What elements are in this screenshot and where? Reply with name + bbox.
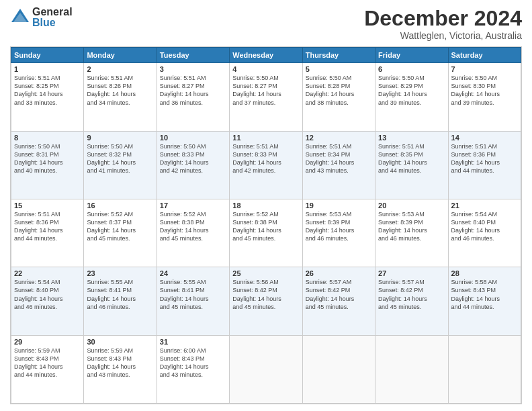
logo: General Blue [10,7,73,28]
cell-empty-3 [375,335,448,403]
week-row-3: 15 Sunrise: 5:51 AMSunset: 8:36 PMDaylig… [11,199,521,267]
cell-dec26: 26 Sunrise: 5:57 AMSunset: 8:42 PMDaylig… [302,267,375,335]
calendar-header: Sunday Monday Tuesday Wednesday Thursday… [11,48,521,63]
cell-dec30: 30 Sunrise: 5:59 AMSunset: 8:43 PMDaylig… [84,335,157,403]
day-info-30: Sunrise: 5:59 AMSunset: 8:43 PMDaylight:… [87,347,136,378]
cell-dec9: 9 Sunrise: 5:50 AMSunset: 8:32 PMDayligh… [84,131,157,199]
day-num-21: 21 [451,201,518,210]
day-info-9: Sunrise: 5:50 AMSunset: 8:32 PMDaylight:… [87,143,136,174]
day-info-29: Sunrise: 5:59 AMSunset: 8:43 PMDaylight:… [14,347,63,378]
day-num-20: 20 [378,201,445,210]
cell-dec2: 2 Sunrise: 5:51 AMSunset: 8:26 PMDayligh… [84,63,157,131]
day-num-17: 17 [160,201,226,210]
week-row-4: 22 Sunrise: 5:54 AMSunset: 8:40 PMDaylig… [11,267,521,335]
cell-dec11: 11 Sunrise: 5:51 AMSunset: 8:33 PMDaylig… [230,131,302,199]
day-num-22: 22 [14,269,81,277]
day-info-6: Sunrise: 5:50 AMSunset: 8:29 PMDaylight:… [378,75,427,105]
day-info-11: Sunrise: 5:51 AMSunset: 8:33 PMDaylight:… [232,143,281,174]
col-wednesday: Wednesday [230,48,302,63]
header: General Blue December 2024 Wattleglen, V… [10,7,522,41]
day-info-2: Sunrise: 5:51 AMSunset: 8:26 PMDaylight:… [87,75,136,105]
day-info-27: Sunrise: 5:57 AMSunset: 8:42 PMDaylight:… [378,279,427,310]
calendar-body: 1 Sunrise: 5:51 AMSunset: 8:25 PMDayligh… [11,63,521,404]
cell-dec29: 29 Sunrise: 5:59 AMSunset: 8:43 PMDaylig… [11,335,84,403]
day-num-30: 30 [87,338,153,346]
week-row-1: 1 Sunrise: 5:51 AMSunset: 8:25 PMDayligh… [11,63,521,131]
day-num-28: 28 [451,269,518,277]
day-num-4: 4 [232,65,299,73]
day-info-28: Sunrise: 5:58 AMSunset: 8:43 PMDaylight:… [451,279,500,310]
cell-dec24: 24 Sunrise: 5:55 AMSunset: 8:41 PMDaylig… [157,267,229,335]
title-block: December 2024 Wattleglen, Victoria, Aust… [364,7,522,41]
col-saturday: Saturday [448,48,521,63]
day-num-12: 12 [306,134,372,142]
cell-dec20: 20 Sunrise: 5:53 AMSunset: 8:39 PMDaylig… [375,199,448,267]
day-num-29: 29 [14,338,81,346]
day-info-8: Sunrise: 5:50 AMSunset: 8:31 PMDaylight:… [14,143,63,174]
day-num-11: 11 [232,134,299,142]
cell-dec8: 8 Sunrise: 5:50 AMSunset: 8:31 PMDayligh… [11,131,84,199]
cell-dec13: 13 Sunrise: 5:51 AMSunset: 8:35 PMDaylig… [375,131,448,199]
logo-text: General Blue [32,7,73,28]
day-num-1: 1 [14,65,81,73]
calendar: Sunday Monday Tuesday Wednesday Thursday… [10,46,522,404]
day-info-7: Sunrise: 5:50 AMSunset: 8:30 PMDaylight:… [451,75,500,105]
cell-dec4: 4 Sunrise: 5:50 AMSunset: 8:27 PMDayligh… [230,63,302,131]
day-num-5: 5 [306,65,372,73]
day-info-16: Sunrise: 5:52 AMSunset: 8:37 PMDaylight:… [87,211,136,242]
day-info-20: Sunrise: 5:53 AMSunset: 8:39 PMDaylight:… [378,211,427,242]
cell-dec22: 22 Sunrise: 5:54 AMSunset: 8:40 PMDaylig… [11,267,84,335]
day-num-24: 24 [160,269,226,277]
cell-dec27: 27 Sunrise: 5:57 AMSunset: 8:42 PMDaylig… [375,267,448,335]
cell-dec3: 3 Sunrise: 5:51 AMSunset: 8:27 PMDayligh… [157,63,229,131]
page: General Blue December 2024 Wattleglen, V… [0,0,532,411]
cell-empty-2 [302,335,375,403]
day-info-18: Sunrise: 5:52 AMSunset: 8:38 PMDaylight:… [232,211,281,242]
cell-dec18: 18 Sunrise: 5:52 AMSunset: 8:38 PMDaylig… [230,199,302,267]
cell-dec7: 7 Sunrise: 5:50 AMSunset: 8:30 PMDayligh… [448,63,521,131]
subtitle: Wattleglen, Victoria, Australia [364,30,522,41]
day-num-31: 31 [160,338,226,346]
cell-dec6: 6 Sunrise: 5:50 AMSunset: 8:29 PMDayligh… [375,63,448,131]
cell-empty-4 [448,335,521,403]
day-info-4: Sunrise: 5:50 AMSunset: 8:27 PMDaylight:… [232,75,281,105]
cell-dec1: 1 Sunrise: 5:51 AMSunset: 8:25 PMDayligh… [11,63,84,131]
main-title: December 2024 [364,7,522,30]
col-friday: Friday [375,48,448,63]
day-info-1: Sunrise: 5:51 AMSunset: 8:25 PMDaylight:… [14,75,63,105]
logo-blue-text: Blue [32,17,73,28]
week-row-2: 8 Sunrise: 5:50 AMSunset: 8:31 PMDayligh… [11,131,521,199]
col-sunday: Sunday [11,48,84,63]
day-num-6: 6 [378,65,445,73]
calendar-table: Sunday Monday Tuesday Wednesday Thursday… [11,47,521,404]
day-num-7: 7 [451,65,518,73]
day-info-24: Sunrise: 5:55 AMSunset: 8:41 PMDaylight:… [160,279,209,310]
cell-empty-1 [230,335,302,403]
week-row-5: 29 Sunrise: 5:59 AMSunset: 8:43 PMDaylig… [11,335,521,403]
day-info-12: Sunrise: 5:51 AMSunset: 8:34 PMDaylight:… [306,143,355,174]
cell-dec14: 14 Sunrise: 5:51 AMSunset: 8:36 PMDaylig… [448,131,521,199]
day-num-3: 3 [160,65,226,73]
day-num-2: 2 [87,65,153,73]
day-num-16: 16 [87,201,153,210]
day-info-3: Sunrise: 5:51 AMSunset: 8:27 PMDaylight:… [160,75,209,105]
day-info-17: Sunrise: 5:52 AMSunset: 8:38 PMDaylight:… [160,211,209,242]
day-num-13: 13 [378,134,445,142]
day-info-25: Sunrise: 5:56 AMSunset: 8:42 PMDaylight:… [232,279,281,310]
day-info-15: Sunrise: 5:51 AMSunset: 8:36 PMDaylight:… [14,211,63,242]
day-info-22: Sunrise: 5:54 AMSunset: 8:40 PMDaylight:… [14,279,63,310]
col-monday: Monday [84,48,157,63]
day-num-18: 18 [232,201,299,210]
day-num-15: 15 [14,201,81,210]
day-info-23: Sunrise: 5:55 AMSunset: 8:41 PMDaylight:… [87,279,136,310]
logo-icon [10,7,30,28]
cell-dec15: 15 Sunrise: 5:51 AMSunset: 8:36 PMDaylig… [11,199,84,267]
day-num-27: 27 [378,269,445,277]
day-info-14: Sunrise: 5:51 AMSunset: 8:36 PMDaylight:… [451,143,500,174]
cell-dec28: 28 Sunrise: 5:58 AMSunset: 8:43 PMDaylig… [448,267,521,335]
day-info-31: Sunrise: 6:00 AMSunset: 8:43 PMDaylight:… [160,347,209,378]
day-num-9: 9 [87,134,153,142]
day-num-8: 8 [14,134,81,142]
cell-dec23: 23 Sunrise: 5:55 AMSunset: 8:41 PMDaylig… [84,267,157,335]
day-info-21: Sunrise: 5:54 AMSunset: 8:40 PMDaylight:… [451,211,500,242]
